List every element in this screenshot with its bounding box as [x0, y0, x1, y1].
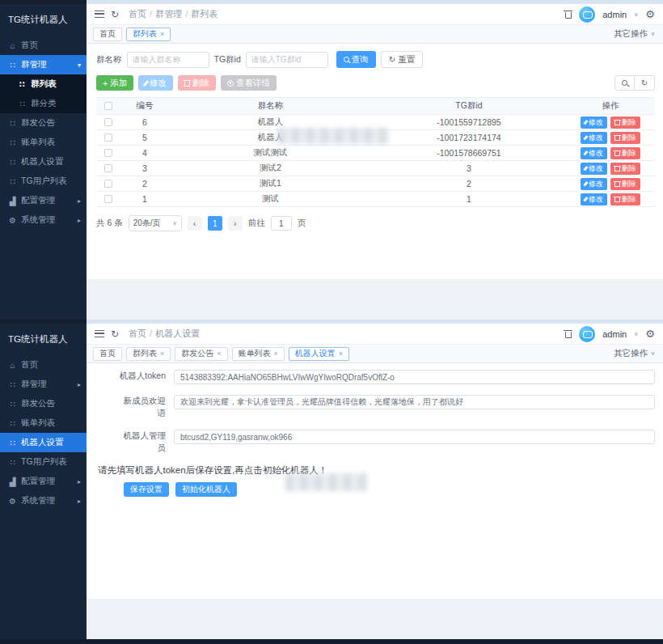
tg-group-id-input[interactable]	[246, 52, 328, 68]
breadcrumb-item[interactable]: 首页	[129, 328, 146, 340]
table-search-button[interactable]	[614, 75, 635, 91]
sidebar-item[interactable]: ⌂ 首页	[0, 355, 87, 375]
sidebar-item[interactable]: ∷ 机器人设置	[0, 152, 87, 172]
sidebar-item[interactable]: ⚙ 系统管理 ▸	[0, 210, 87, 230]
row-edit-button[interactable]: 修改	[581, 178, 607, 190]
row-checkbox[interactable]	[104, 180, 112, 188]
breadcrumb-item[interactable]: 群管理	[150, 8, 182, 20]
tab[interactable]: 首页	[93, 28, 122, 41]
tab-label: 群列表	[133, 28, 157, 40]
tab-close-icon[interactable]: ×	[160, 30, 164, 38]
sidebar-item-label: TG用户列表	[21, 176, 81, 187]
goto-page-input[interactable]	[271, 216, 292, 231]
tab-close-icon[interactable]: ×	[217, 350, 221, 358]
breadcrumb-item[interactable]: 首页	[129, 8, 146, 20]
page-1-button[interactable]: 1	[208, 216, 222, 231]
sidebar-item[interactable]: ∷ 群发公告	[0, 113, 87, 133]
group-name-input[interactable]	[127, 52, 209, 68]
table-refresh-button[interactable]: ↻	[635, 75, 655, 91]
row-edit-button[interactable]: 修改	[581, 132, 607, 144]
breadcrumb-item[interactable]: 群列表	[185, 8, 217, 20]
select-all-checkbox[interactable]	[104, 102, 112, 110]
sidebar-item[interactable]: ⌂ 首页	[0, 36, 87, 55]
sidebar-item[interactable]: ∷ TG用户列表	[0, 172, 87, 191]
row-checkbox[interactable]	[104, 118, 112, 126]
row-delete-button[interactable]: 删除	[610, 178, 640, 190]
user-name[interactable]: admin	[602, 329, 627, 339]
search-button[interactable]: 查询	[336, 51, 376, 68]
sidebar-item[interactable]: ∷ 群分类	[0, 94, 87, 113]
menu-icon: ∷	[8, 61, 17, 70]
hamburger-icon[interactable]	[95, 11, 104, 18]
sidebar-item[interactable]: ∷ 群管理 ▸	[0, 375, 87, 394]
welcome-input[interactable]	[174, 395, 655, 409]
refresh-icon[interactable]: ↻	[111, 10, 119, 19]
sidebar-item[interactable]: ∷ 群列表	[0, 74, 87, 94]
edit-button-disabled[interactable]: 修改	[138, 75, 173, 91]
row-delete-button[interactable]: 删除	[610, 147, 640, 159]
tab-close-icon[interactable]: ×	[160, 350, 164, 358]
search-icon	[622, 80, 627, 86]
sidebar-item[interactable]: ∷ 机器人设置	[0, 433, 87, 452]
tab[interactable]: 群列表 ×	[126, 347, 171, 361]
sidebar-item-label: 系统管理	[21, 214, 78, 226]
trash-icon	[614, 196, 620, 202]
sidebar-item[interactable]: ⚙ 系统管理 ▸	[0, 491, 87, 511]
trash-icon[interactable]	[564, 330, 572, 338]
view-detail-button-disabled[interactable]: 查看详情	[221, 75, 277, 91]
admins-input[interactable]	[174, 430, 655, 444]
add-button[interactable]: 添加	[96, 75, 133, 91]
other-operations-dropdown[interactable]: 其它操作 ∨	[614, 348, 655, 359]
search-icon	[344, 57, 349, 62]
sidebar-item[interactable]: ∷ TG用户列表	[0, 452, 87, 472]
row-delete-button[interactable]: 删除	[610, 193, 640, 205]
prev-page-button[interactable]: ‹	[188, 216, 202, 231]
tab-close-icon[interactable]: ×	[339, 350, 343, 358]
row-delete-button[interactable]: 删除	[610, 117, 640, 129]
sidebar-item[interactable]: ▟ 配置管理 ▸	[0, 191, 87, 210]
trash-icon	[614, 180, 620, 187]
page-size-select[interactable]: 20条/页 ∨	[129, 215, 182, 231]
row-edit-button[interactable]: 修改	[581, 193, 607, 205]
row-edit-button[interactable]: 修改	[581, 117, 607, 129]
gear-icon[interactable]: ⚙	[645, 9, 655, 19]
next-page-button[interactable]: ›	[228, 216, 243, 231]
token-input[interactable]	[174, 370, 655, 384]
user-avatar[interactable]	[579, 6, 595, 23]
hamburger-icon[interactable]	[95, 330, 104, 337]
tab[interactable]: 群列表 ×	[126, 28, 171, 41]
tab-label: 账单列表	[239, 348, 271, 359]
row-delete-button[interactable]: 删除	[610, 132, 640, 144]
sidebar-item[interactable]: ▟ 配置管理 ▸	[0, 472, 87, 491]
row-checkbox[interactable]	[104, 133, 112, 142]
breadcrumb-item[interactable]: 机器人设置	[150, 328, 200, 340]
row-checkbox[interactable]	[104, 195, 112, 203]
pencil-icon	[584, 150, 589, 155]
save-settings-button[interactable]: 保存设置	[124, 482, 169, 497]
tab[interactable]: 机器人设置 ×	[289, 347, 349, 361]
refresh-icon[interactable]: ↻	[111, 329, 119, 339]
row-edit-button[interactable]: 修改	[581, 163, 607, 175]
sidebar-item[interactable]: ∷ 群管理 ▾	[0, 55, 87, 74]
tab[interactable]: 账单列表 ×	[232, 347, 285, 361]
row-checkbox[interactable]	[104, 164, 112, 172]
sidebar-item[interactable]: ∷ 账单列表	[0, 133, 87, 152]
delete-button-disabled[interactable]: 删除	[178, 75, 216, 91]
other-operations-dropdown[interactable]: 其它操作 ∨	[614, 28, 655, 40]
init-robot-button[interactable]: 初始化机器人	[175, 482, 237, 497]
sidebar-item[interactable]: ∷ 群发公告	[0, 394, 87, 413]
row-checkbox[interactable]	[104, 149, 112, 157]
trash-icon[interactable]	[564, 11, 572, 19]
user-name[interactable]: admin	[602, 10, 627, 19]
tab-close-icon[interactable]: ×	[274, 350, 278, 358]
sidebar-item-label: 群发公告	[21, 398, 81, 409]
user-avatar[interactable]	[579, 326, 595, 342]
sidebar-item-label: 群发公告	[21, 117, 81, 129]
gear-icon[interactable]: ⚙	[645, 328, 655, 339]
row-delete-button[interactable]: 删除	[610, 163, 640, 175]
tab[interactable]: 首页	[93, 347, 122, 361]
row-edit-button[interactable]: 修改	[581, 147, 607, 159]
sidebar-item[interactable]: ∷ 账单列表	[0, 413, 87, 433]
tab[interactable]: 群发公告 ×	[175, 347, 227, 361]
reset-button[interactable]: ↻重置	[381, 51, 423, 68]
